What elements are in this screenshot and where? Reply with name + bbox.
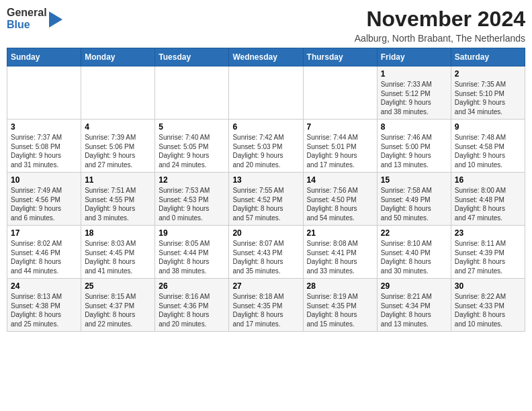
calendar-cell xyxy=(7,66,81,120)
svg-marker-0 xyxy=(49,11,62,28)
calendar-cell: 28Sunrise: 8:19 AM Sunset: 4:35 PM Dayli… xyxy=(303,279,377,332)
day-number: 20 xyxy=(232,228,299,238)
calendar-cell: 11Sunrise: 7:51 AM Sunset: 4:55 PM Dayli… xyxy=(81,173,155,226)
day-info: Sunrise: 7:51 AM Sunset: 4:55 PM Dayligh… xyxy=(85,186,151,222)
day-number: 28 xyxy=(307,281,373,291)
day-number: 3 xyxy=(11,122,77,132)
day-info: Sunrise: 7:40 AM Sunset: 5:05 PM Dayligh… xyxy=(159,133,225,169)
day-number: 21 xyxy=(307,228,373,238)
weekday-header-tuesday: Tuesday xyxy=(155,48,229,66)
calendar-cell: 3Sunrise: 7:37 AM Sunset: 5:08 PM Daylig… xyxy=(7,120,81,173)
calendar-cell xyxy=(303,66,377,120)
weekday-header-thursday: Thursday xyxy=(303,48,377,66)
weekday-header-monday: Monday xyxy=(81,48,155,66)
calendar-cell: 2Sunrise: 7:35 AM Sunset: 5:10 PM Daylig… xyxy=(451,66,525,120)
day-info: Sunrise: 7:37 AM Sunset: 5:08 PM Dayligh… xyxy=(11,133,77,169)
day-number: 14 xyxy=(307,175,373,185)
day-info: Sunrise: 8:07 AM Sunset: 4:43 PM Dayligh… xyxy=(232,239,299,275)
calendar-cell: 16Sunrise: 8:00 AM Sunset: 4:48 PM Dayli… xyxy=(451,173,525,226)
calendar-cell: 22Sunrise: 8:10 AM Sunset: 4:40 PM Dayli… xyxy=(377,226,451,279)
day-number: 2 xyxy=(455,69,521,79)
day-info: Sunrise: 8:15 AM Sunset: 4:37 PM Dayligh… xyxy=(85,292,151,328)
day-number: 26 xyxy=(159,281,225,291)
day-number: 25 xyxy=(85,281,151,291)
day-number: 30 xyxy=(455,281,521,291)
page-header: General Blue November 2024 Aalburg, Nort… xyxy=(7,7,525,44)
day-info: Sunrise: 8:13 AM Sunset: 4:38 PM Dayligh… xyxy=(11,292,77,328)
day-number: 16 xyxy=(455,175,521,185)
day-number: 9 xyxy=(455,122,521,132)
logo-blue: Blue xyxy=(7,19,47,31)
day-info: Sunrise: 8:11 AM Sunset: 4:39 PM Dayligh… xyxy=(455,239,521,275)
day-info: Sunrise: 7:55 AM Sunset: 4:52 PM Dayligh… xyxy=(232,186,299,222)
calendar-cell: 5Sunrise: 7:40 AM Sunset: 5:05 PM Daylig… xyxy=(155,120,229,173)
day-info: Sunrise: 8:21 AM Sunset: 4:34 PM Dayligh… xyxy=(381,292,447,328)
logo-general: General xyxy=(7,7,47,19)
day-info: Sunrise: 7:33 AM Sunset: 5:12 PM Dayligh… xyxy=(381,80,447,116)
day-number: 13 xyxy=(232,175,299,185)
calendar-cell: 13Sunrise: 7:55 AM Sunset: 4:52 PM Dayli… xyxy=(229,173,303,226)
day-number: 19 xyxy=(159,228,225,238)
weekday-header-wednesday: Wednesday xyxy=(229,48,303,66)
day-number: 18 xyxy=(85,228,151,238)
day-info: Sunrise: 8:03 AM Sunset: 4:45 PM Dayligh… xyxy=(85,239,151,275)
calendar-cell: 30Sunrise: 8:22 AM Sunset: 4:33 PM Dayli… xyxy=(451,279,525,332)
calendar-cell: 19Sunrise: 8:05 AM Sunset: 4:44 PM Dayli… xyxy=(155,226,229,279)
month-title: November 2024 xyxy=(355,7,525,32)
calendar-cell xyxy=(229,66,303,120)
day-number: 8 xyxy=(381,122,447,132)
day-info: Sunrise: 8:02 AM Sunset: 4:46 PM Dayligh… xyxy=(11,239,77,275)
calendar-cell: 26Sunrise: 8:16 AM Sunset: 4:36 PM Dayli… xyxy=(155,279,229,332)
weekday-header-sunday: Sunday xyxy=(7,48,81,66)
calendar-cell: 14Sunrise: 7:56 AM Sunset: 4:50 PM Dayli… xyxy=(303,173,377,226)
day-info: Sunrise: 7:56 AM Sunset: 4:50 PM Dayligh… xyxy=(307,186,373,222)
calendar-cell xyxy=(155,66,229,120)
calendar-cell: 9Sunrise: 7:48 AM Sunset: 4:58 PM Daylig… xyxy=(451,120,525,173)
logo-flag-icon xyxy=(49,10,64,29)
day-info: Sunrise: 7:49 AM Sunset: 4:56 PM Dayligh… xyxy=(11,186,77,222)
calendar-row-0: 1Sunrise: 7:33 AM Sunset: 5:12 PM Daylig… xyxy=(7,66,525,120)
day-info: Sunrise: 7:58 AM Sunset: 4:49 PM Dayligh… xyxy=(381,186,447,222)
day-number: 7 xyxy=(307,122,373,132)
day-number: 24 xyxy=(11,281,77,291)
calendar-cell: 7Sunrise: 7:44 AM Sunset: 5:01 PM Daylig… xyxy=(303,120,377,173)
calendar-cell: 1Sunrise: 7:33 AM Sunset: 5:12 PM Daylig… xyxy=(377,66,451,120)
day-info: Sunrise: 7:48 AM Sunset: 4:58 PM Dayligh… xyxy=(455,133,521,169)
day-info: Sunrise: 7:42 AM Sunset: 5:03 PM Dayligh… xyxy=(232,133,299,169)
calendar-row-3: 17Sunrise: 8:02 AM Sunset: 4:46 PM Dayli… xyxy=(7,226,525,279)
day-number: 6 xyxy=(232,122,299,132)
day-info: Sunrise: 7:35 AM Sunset: 5:10 PM Dayligh… xyxy=(455,80,521,116)
title-area: November 2024 Aalburg, North Brabant, Th… xyxy=(355,7,525,44)
calendar-cell: 20Sunrise: 8:07 AM Sunset: 4:43 PM Dayli… xyxy=(229,226,303,279)
calendar-table: SundayMondayTuesdayWednesdayThursdayFrid… xyxy=(7,48,525,332)
calendar-cell: 4Sunrise: 7:39 AM Sunset: 5:06 PM Daylig… xyxy=(81,120,155,173)
day-info: Sunrise: 7:44 AM Sunset: 5:01 PM Dayligh… xyxy=(307,133,373,169)
day-info: Sunrise: 8:00 AM Sunset: 4:48 PM Dayligh… xyxy=(455,186,521,222)
calendar-cell xyxy=(81,66,155,120)
weekday-header-row: SundayMondayTuesdayWednesdayThursdayFrid… xyxy=(7,48,525,66)
location-subtitle: Aalburg, North Brabant, The Netherlands xyxy=(355,33,525,44)
day-number: 22 xyxy=(381,228,447,238)
day-info: Sunrise: 8:19 AM Sunset: 4:35 PM Dayligh… xyxy=(307,292,373,328)
day-number: 12 xyxy=(159,175,225,185)
calendar-row-4: 24Sunrise: 8:13 AM Sunset: 4:38 PM Dayli… xyxy=(7,279,525,332)
day-number: 11 xyxy=(85,175,151,185)
calendar-cell: 8Sunrise: 7:46 AM Sunset: 5:00 PM Daylig… xyxy=(377,120,451,173)
day-info: Sunrise: 8:22 AM Sunset: 4:33 PM Dayligh… xyxy=(455,292,521,328)
day-number: 27 xyxy=(232,281,299,291)
day-info: Sunrise: 7:53 AM Sunset: 4:53 PM Dayligh… xyxy=(159,186,225,222)
day-number: 1 xyxy=(381,69,447,79)
logo: General Blue xyxy=(7,7,64,30)
day-number: 15 xyxy=(381,175,447,185)
day-number: 17 xyxy=(11,228,77,238)
day-number: 29 xyxy=(381,281,447,291)
calendar-cell: 21Sunrise: 8:08 AM Sunset: 4:41 PM Dayli… xyxy=(303,226,377,279)
calendar-cell: 10Sunrise: 7:49 AM Sunset: 4:56 PM Dayli… xyxy=(7,173,81,226)
day-info: Sunrise: 7:46 AM Sunset: 5:00 PM Dayligh… xyxy=(381,133,447,169)
calendar-cell: 23Sunrise: 8:11 AM Sunset: 4:39 PM Dayli… xyxy=(451,226,525,279)
day-info: Sunrise: 8:10 AM Sunset: 4:40 PM Dayligh… xyxy=(381,239,447,275)
day-number: 10 xyxy=(11,175,77,185)
calendar-cell: 25Sunrise: 8:15 AM Sunset: 4:37 PM Dayli… xyxy=(81,279,155,332)
calendar-row-2: 10Sunrise: 7:49 AM Sunset: 4:56 PM Dayli… xyxy=(7,173,525,226)
day-info: Sunrise: 8:16 AM Sunset: 4:36 PM Dayligh… xyxy=(159,292,225,328)
